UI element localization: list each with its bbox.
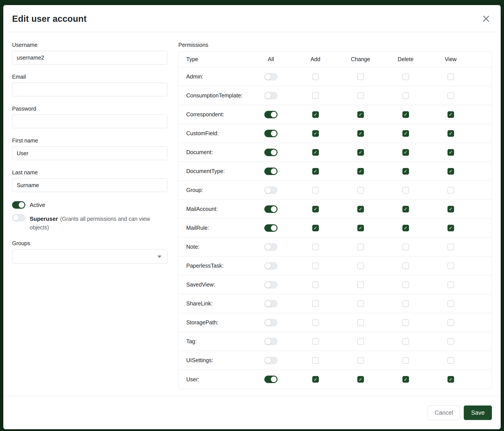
permission-all-toggle[interactable] (264, 243, 278, 251)
superuser-toggle[interactable] (12, 214, 25, 221)
permission-delete-checkbox[interactable] (402, 376, 409, 383)
permission-delete-checkbox[interactable] (402, 206, 409, 212)
column-header-all: All (249, 56, 293, 63)
permission-delete-checkbox[interactable] (402, 149, 409, 156)
permission-all-toggle[interactable] (264, 300, 278, 307)
permission-delete-checkbox[interactable] (402, 244, 409, 250)
permission-view-checkbox[interactable] (448, 262, 454, 269)
permission-delete-checkbox[interactable] (402, 225, 409, 231)
permission-all-toggle[interactable] (264, 224, 278, 232)
permission-change-checkbox[interactable] (357, 92, 364, 99)
permission-add-checkbox[interactable] (312, 130, 319, 137)
permission-all-toggle[interactable] (264, 130, 278, 137)
permission-all-toggle[interactable] (264, 205, 278, 213)
permission-change-checkbox[interactable] (357, 376, 364, 383)
permission-view-checkbox[interactable] (448, 244, 454, 250)
permission-delete-checkbox[interactable] (402, 168, 409, 175)
permission-type-label: ShareLink: (179, 300, 249, 307)
permission-all-toggle[interactable] (264, 92, 278, 99)
permission-view-checkbox[interactable] (448, 357, 454, 364)
permission-delete-checkbox[interactable] (402, 111, 409, 118)
permission-add-checkbox[interactable] (312, 168, 319, 175)
permission-view-checkbox[interactable] (448, 92, 454, 99)
permission-view-checkbox[interactable] (448, 130, 454, 137)
permission-add-checkbox[interactable] (312, 187, 319, 194)
permission-change-checkbox[interactable] (357, 111, 364, 118)
permission-change-checkbox[interactable] (357, 244, 364, 250)
password-input[interactable] (12, 115, 167, 128)
permission-view-checkbox[interactable] (448, 319, 454, 326)
permission-delete-checkbox[interactable] (402, 338, 409, 345)
permission-add-checkbox[interactable] (312, 262, 319, 269)
permission-all-toggle[interactable] (264, 319, 278, 326)
permission-delete-checkbox[interactable] (402, 281, 409, 288)
permission-change-checkbox[interactable] (357, 206, 364, 212)
permission-add-checkbox[interactable] (312, 206, 319, 212)
permission-all-toggle[interactable] (264, 187, 278, 194)
permission-view-checkbox[interactable] (448, 168, 454, 175)
permission-view-checkbox[interactable] (448, 338, 454, 345)
permission-all-toggle[interactable] (264, 73, 278, 81)
permission-delete-checkbox[interactable] (402, 73, 409, 80)
permission-delete-checkbox[interactable] (402, 357, 409, 364)
permission-change-checkbox[interactable] (357, 319, 364, 326)
save-button[interactable]: Save (464, 405, 492, 420)
permission-all-toggle[interactable] (264, 281, 278, 288)
permission-change-checkbox[interactable] (357, 338, 364, 345)
permission-all-toggle[interactable] (264, 338, 278, 345)
permission-change-checkbox[interactable] (357, 149, 364, 156)
username-input[interactable] (12, 51, 167, 64)
permission-add-checkbox[interactable] (312, 111, 319, 118)
permission-view-checkbox[interactable] (448, 225, 454, 231)
permission-all-toggle[interactable] (264, 357, 278, 364)
permission-change-checkbox[interactable] (357, 357, 364, 364)
email-input[interactable] (12, 83, 167, 96)
permission-delete-checkbox[interactable] (402, 187, 409, 194)
column-header-type: Type (179, 56, 249, 63)
permission-view-checkbox[interactable] (448, 187, 454, 194)
permission-view-checkbox[interactable] (448, 281, 454, 288)
permission-view-checkbox[interactable] (448, 376, 454, 383)
permission-all-toggle[interactable] (264, 149, 278, 156)
permission-view-checkbox[interactable] (448, 206, 454, 212)
permission-add-checkbox[interactable] (312, 300, 319, 307)
permission-add-checkbox[interactable] (312, 225, 319, 231)
permission-delete-checkbox[interactable] (402, 300, 409, 307)
permission-change-checkbox[interactable] (357, 225, 364, 231)
permission-add-checkbox[interactable] (312, 357, 319, 364)
active-toggle[interactable] (12, 201, 25, 209)
permission-change-checkbox[interactable] (357, 168, 364, 175)
permission-view-checkbox[interactable] (448, 111, 454, 118)
permission-add-checkbox[interactable] (312, 244, 319, 250)
permission-view-checkbox[interactable] (448, 73, 454, 80)
permission-add-checkbox[interactable] (312, 338, 319, 345)
permission-all-toggle[interactable] (264, 111, 278, 118)
groups-select[interactable] (12, 249, 167, 264)
first-name-input[interactable] (12, 146, 167, 160)
permission-delete-checkbox[interactable] (402, 92, 409, 99)
permission-change-checkbox[interactable] (357, 187, 364, 194)
column-header-add: Add (293, 56, 338, 63)
last-name-input[interactable] (12, 178, 167, 192)
permission-all-toggle[interactable] (264, 376, 278, 383)
permission-all-toggle[interactable] (264, 262, 278, 269)
permission-change-checkbox[interactable] (357, 281, 364, 288)
permission-add-checkbox[interactable] (312, 92, 319, 99)
permission-change-checkbox[interactable] (357, 300, 364, 307)
permission-change-checkbox[interactable] (357, 73, 364, 80)
permission-add-checkbox[interactable] (312, 376, 319, 383)
permission-add-checkbox[interactable] (312, 281, 319, 288)
permission-view-checkbox[interactable] (448, 300, 454, 307)
permission-delete-checkbox[interactable] (402, 130, 409, 137)
cancel-button[interactable]: Cancel (428, 405, 460, 420)
permission-add-checkbox[interactable] (312, 319, 319, 326)
permission-delete-checkbox[interactable] (402, 262, 409, 269)
permission-change-checkbox[interactable] (357, 130, 364, 137)
permission-all-toggle[interactable] (264, 168, 278, 175)
permission-add-checkbox[interactable] (312, 73, 319, 80)
permission-view-checkbox[interactable] (448, 149, 454, 156)
close-button[interactable]: × (481, 12, 491, 26)
permission-add-checkbox[interactable] (312, 149, 319, 156)
permission-change-checkbox[interactable] (357, 262, 364, 269)
permission-delete-checkbox[interactable] (402, 319, 409, 326)
